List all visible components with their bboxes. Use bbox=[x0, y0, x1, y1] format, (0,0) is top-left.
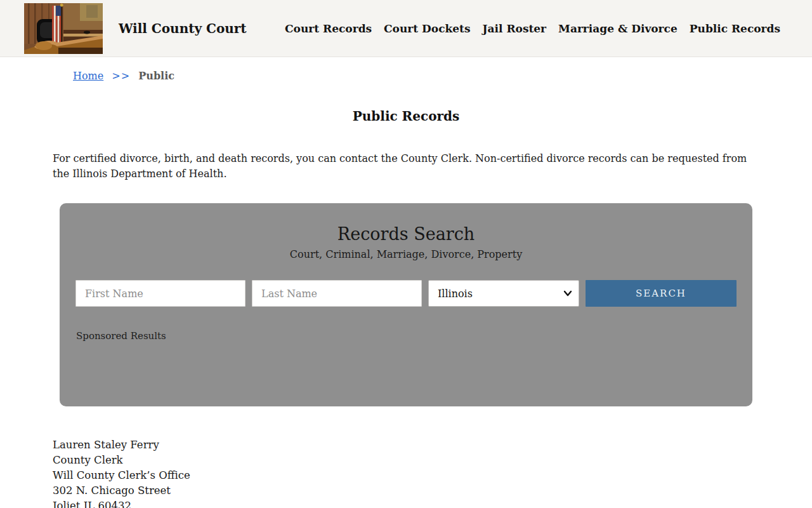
nav-item-jail-roster[interactable]: Jail Roster bbox=[483, 22, 547, 35]
breadcrumb-separator: >> bbox=[112, 70, 130, 82]
main-content: Public Records For certified divorce, bi… bbox=[53, 109, 759, 508]
breadcrumb: Home >> Public bbox=[73, 70, 812, 82]
intro-paragraph: For certified divorce, birth, and death … bbox=[53, 151, 759, 182]
site-header: Will County Court Court Records Court Do… bbox=[0, 0, 812, 57]
main-nav: Court Records Court Dockets Jail Roster … bbox=[285, 22, 780, 35]
first-name-input[interactable] bbox=[75, 280, 246, 307]
clerk-street: 302 N. Chicago Street bbox=[53, 483, 759, 498]
nav-item-public-records[interactable]: Public Records bbox=[690, 22, 780, 35]
nav-item-court-records[interactable]: Court Records bbox=[285, 22, 372, 35]
breadcrumb-current: Public bbox=[138, 70, 174, 82]
sponsored-results-label: Sponsored Results bbox=[75, 330, 737, 342]
nav-item-marriage-divorce[interactable]: Marriage & Divorce bbox=[558, 22, 678, 35]
clerk-city: Joliet IL 60432 bbox=[53, 498, 759, 508]
nav-item-court-dockets[interactable]: Court Dockets bbox=[384, 22, 470, 35]
page-title: Public Records bbox=[53, 109, 759, 124]
search-form-row: Illinois SEARCH bbox=[75, 280, 737, 307]
panel-spacer bbox=[75, 342, 737, 378]
clerk-contact-block: Lauren Staley Ferry County Clerk Will Co… bbox=[53, 438, 759, 508]
site-title: Will County Court bbox=[119, 21, 247, 36]
records-search-title: Records Search bbox=[75, 224, 737, 244]
records-search-panel: Records Search Court, Criminal, Marriage… bbox=[60, 203, 752, 406]
last-name-input[interactable] bbox=[252, 280, 422, 307]
state-select-wrap: Illinois bbox=[428, 280, 579, 307]
clerk-office: Will County Clerk’s Office bbox=[53, 468, 759, 483]
courtroom-photo-icon bbox=[24, 3, 103, 54]
state-select[interactable]: Illinois bbox=[428, 280, 579, 307]
search-button[interactable]: SEARCH bbox=[586, 280, 737, 307]
breadcrumb-home-link[interactable]: Home bbox=[73, 70, 103, 82]
records-search-subtitle: Court, Criminal, Marriage, Divorce, Prop… bbox=[75, 248, 737, 260]
clerk-title: County Clerk bbox=[53, 453, 759, 468]
clerk-name: Lauren Staley Ferry bbox=[53, 438, 759, 453]
site-logo[interactable] bbox=[24, 3, 103, 54]
